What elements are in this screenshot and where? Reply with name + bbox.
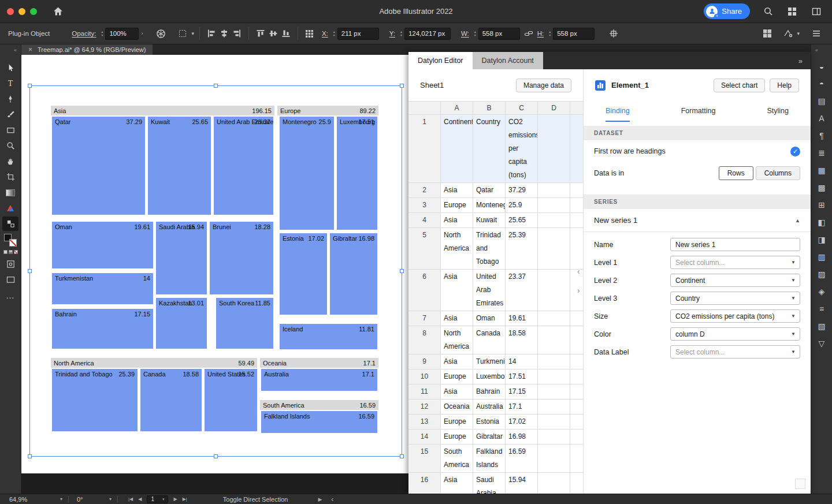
pane-collapse-left-icon[interactable]: ‹	[577, 267, 580, 276]
chevron-down-icon[interactable]: ▾	[60, 496, 62, 502]
sheet-cell[interactable]: Kuwait	[473, 213, 506, 228]
first-artboard-icon[interactable]: |◀	[128, 496, 133, 502]
stroke-panel-icon[interactable]: ≡	[815, 302, 829, 316]
sheet-cell[interactable]: Asia	[441, 354, 473, 369]
sheet-cell[interactable]	[538, 183, 570, 198]
opacity-field[interactable]: 100%	[105, 28, 139, 40]
sheet-cell[interactable]: North America	[441, 228, 473, 270]
sheet-row-number[interactable]: 15	[408, 445, 441, 473]
first-row-headings-checkbox[interactable]: ✓	[790, 147, 800, 156]
opacity-stepper[interactable]: ▲▼	[101, 31, 103, 36]
sheet-cell[interactable]: Saudi Arabia	[473, 473, 506, 494]
sheet-cell[interactable]	[538, 270, 570, 311]
document-tab[interactable]: × Treemap.ai* @ 64,9 % (RGB/Preview)	[21, 44, 153, 55]
sheet-row-number[interactable]: 11	[408, 384, 441, 400]
next-artboard-icon[interactable]: ▶	[173, 496, 177, 502]
w-field[interactable]: 558 px	[478, 28, 520, 40]
layers-panel-icon[interactable]: ▤	[815, 94, 829, 108]
help-button[interactable]: Help	[770, 79, 799, 92]
sheet-cell[interactable]: 19.61	[506, 311, 538, 326]
close-document-icon[interactable]: ×	[28, 46, 32, 54]
sheet-column-header[interactable]: B	[473, 102, 506, 115]
graphic-styles-panel-icon[interactable]: ▩	[815, 181, 829, 195]
paintbrush-tool[interactable]	[2, 107, 18, 122]
name-input[interactable]	[670, 238, 800, 251]
selection-handle[interactable]	[400, 84, 404, 88]
draw-mode-toggle[interactable]	[2, 257, 18, 271]
gradient-tool[interactable]	[2, 185, 18, 200]
sheet-row-number[interactable]: 4	[408, 213, 441, 228]
sheet-cell[interactable]: 18.58	[506, 326, 538, 354]
workspace-switcher-icon[interactable]	[786, 5, 798, 18]
sheet-cell[interactable]: Europe	[441, 430, 473, 445]
selection-handle[interactable]	[400, 454, 404, 458]
sheet-cell[interactable]: Europe	[441, 415, 473, 430]
direct-selection-tool[interactable]	[2, 61, 18, 75]
sheet-cell[interactable]: 16.59	[506, 445, 538, 473]
x-field[interactable]: 211 px	[337, 28, 379, 40]
tab-styling[interactable]: Styling	[767, 101, 789, 122]
zoom-tool[interactable]	[2, 139, 18, 153]
sheet-cell[interactable]	[538, 354, 570, 369]
level-2-select[interactable]: Continent▼	[670, 274, 800, 287]
collapse-panels-icon[interactable]: «	[815, 47, 818, 53]
sheet-cell[interactable]: Luxembourg	[473, 369, 506, 384]
sheet-cell[interactable]: Turkmenistan	[473, 354, 506, 369]
gradient-panel-icon[interactable]: ◧	[815, 215, 829, 229]
sheet-cell[interactable]: Asia	[441, 473, 473, 494]
tab-binding[interactable]: Binding	[606, 101, 630, 122]
chevron-up-icon[interactable]: ▲	[795, 218, 800, 223]
canvas[interactable]: Asia196.15Europe89.22Qatar37.29Kuwait25.…	[21, 55, 408, 473]
recolor-artwork-icon[interactable]	[154, 27, 167, 40]
sheet-cell[interactable]: 23.37	[506, 270, 538, 311]
sheet-column-header[interactable]: D	[538, 102, 570, 115]
sheet-cell[interactable]: 25.65	[506, 213, 538, 228]
selection-handle[interactable]	[28, 269, 32, 273]
sheet-row-number[interactable]: 7	[408, 311, 441, 326]
align-bottom-icon[interactable]	[280, 27, 292, 40]
appearance-panel-icon[interactable]: ▦	[815, 163, 829, 177]
sheet-cell[interactable]	[538, 473, 570, 494]
align-vertical-center-icon[interactable]	[267, 27, 280, 40]
sheet-cell[interactable]	[538, 326, 570, 354]
sheet-cell[interactable]: Asia	[441, 384, 473, 400]
tab-datylon-account[interactable]: Datylon Account	[473, 52, 543, 69]
sheet-row-number[interactable]: 3	[408, 198, 441, 213]
transparency-panel-icon[interactable]: ◨	[815, 233, 829, 247]
sheet-corner-cell[interactable]	[408, 102, 441, 115]
y-stepper[interactable]: ▲▼	[400, 31, 403, 36]
data-in-columns-button[interactable]: Columns	[756, 166, 800, 180]
sheet-row-number[interactable]: 13	[408, 415, 441, 430]
sheet-row-number[interactable]: 10	[408, 369, 441, 384]
sheet-cell[interactable]: Bahrain	[473, 384, 506, 400]
sheet-row-number[interactable]: 1	[408, 115, 441, 183]
x-stepper[interactable]: ▲▼	[333, 31, 336, 36]
sheet-cell[interactable]: Canada	[473, 326, 506, 354]
shear-icon[interactable]	[607, 27, 620, 40]
selection-handle[interactable]	[28, 454, 32, 458]
last-artboard-icon[interactable]: ▶|	[183, 496, 187, 502]
swatches-panel-icon[interactable]: ▥	[815, 250, 829, 264]
sheet-cell[interactable]: CO2 emissions per capita (tons)	[506, 115, 538, 183]
align-top-icon[interactable]	[254, 27, 267, 40]
paragraph-panel-icon[interactable]: ¶	[815, 129, 829, 143]
sheet-cell[interactable]: Oman	[473, 311, 506, 326]
sheet-row-number[interactable]: 16	[408, 473, 441, 494]
sheet-cell[interactable]: 14	[506, 354, 538, 369]
rotation-control[interactable]: 0° ▾	[77, 496, 112, 503]
none-swatch-icon[interactable]	[14, 250, 18, 254]
h-stepper[interactable]: ▲▼	[548, 31, 551, 36]
sheet-row-number[interactable]: 8	[408, 326, 441, 354]
bounding-box-options-icon[interactable]	[176, 27, 189, 40]
chevron-down-icon[interactable]: ▾	[109, 496, 112, 502]
zoom-level-control[interactable]: 64,9% ▾	[9, 496, 62, 503]
sheet-cell[interactable]	[538, 445, 570, 473]
sheet-cell[interactable]: 17.02	[506, 415, 538, 430]
panel-scrollbar-corner[interactable]	[795, 479, 805, 489]
select-chart-button[interactable]: Select chart	[714, 79, 765, 92]
edit-plugin-object-tool[interactable]	[2, 216, 18, 231]
sheet-cell[interactable]: 15.94	[506, 473, 538, 494]
sheet-row-number[interactable]: 14	[408, 430, 441, 445]
manage-data-button[interactable]: Manage data	[516, 79, 571, 92]
minimize-window-button[interactable]	[18, 8, 25, 15]
